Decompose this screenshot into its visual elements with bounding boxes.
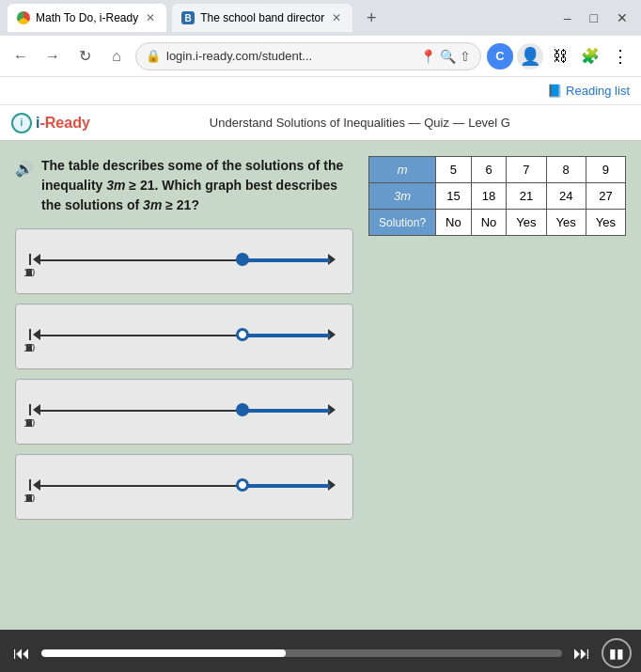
answer-choice-1[interactable]: 0 1 2 3 4 5 6 7 8 9 10 <box>15 228 353 294</box>
forward-button[interactable]: → <box>39 43 66 70</box>
reading-list-label: Reading list <box>566 84 630 98</box>
tab-math-label: Math To Do, i-Ready <box>36 11 138 24</box>
table-row-solution: Solution? No No Yes Yes Yes <box>369 210 626 236</box>
table-cell-sol9: Yes <box>586 210 625 236</box>
home-button[interactable]: ⌂ <box>103 43 130 70</box>
url-bar[interactable]: 🔒 login.i-ready.com/student... 📍 🔍 ⇧ <box>135 42 481 70</box>
tab-math-close[interactable]: ✕ <box>144 11 157 24</box>
tab-band[interactable]: B The school band director ✕ <box>172 4 352 32</box>
question-body: The table describes some of the solution… <box>41 156 353 215</box>
addressbar: ← → ↻ ⌂ 🔒 login.i-ready.com/student... 📍… <box>0 36 641 77</box>
table-cell-sol6: No <box>471 210 507 236</box>
progress-bar[interactable] <box>41 649 562 657</box>
question-text: 🔊 The table describes some of the soluti… <box>15 156 353 215</box>
audio-button[interactable]: 🔊 <box>15 158 34 180</box>
refresh-button[interactable]: ↻ <box>71 43 98 70</box>
iready-header: i i-Ready Understand Solutions of Inequa… <box>0 105 641 141</box>
table-cell-3m7: 21 <box>507 183 546 210</box>
url-bar-actions: 📍 🔍 ⇧ <box>420 49 471 64</box>
pause-button[interactable]: ▮▮ <box>602 638 632 668</box>
nl3-dot <box>236 403 249 416</box>
c-extension-icon[interactable]: C <box>487 43 513 70</box>
minimize-button[interactable]: – <box>558 8 577 27</box>
solution-table: m 5 6 7 8 9 3m 15 18 21 24 27 Solution? … <box>368 156 626 236</box>
new-tab-button[interactable]: + <box>358 5 384 31</box>
table-cell-sol5: No <box>436 210 472 236</box>
menu-icon[interactable]: ⋮ <box>607 43 633 70</box>
answer-choice-4[interactable]: 0 1 2 3 4 5 6 7 8 9 10 <box>15 454 353 520</box>
table-cell-m9: 9 <box>586 157 625 183</box>
pause-icon: ▮▮ <box>609 646 624 661</box>
titlebar: Math To Do, i-Ready ✕ B The school band … <box>0 0 641 36</box>
table-header-m: m <box>369 157 436 183</box>
media-controls: ⏮ ⏭ ▮▮ <box>0 630 641 672</box>
chrome-tab-icon <box>17 11 30 24</box>
table-cell-m8: 8 <box>546 157 586 183</box>
table-cell-m6: 6 <box>471 157 507 183</box>
main-content: 🔊 The table describes some of the soluti… <box>0 141 641 555</box>
location-icon[interactable]: 📍 <box>420 49 436 64</box>
user-icon[interactable]: 👤 <box>517 43 543 70</box>
url-text: login.i-ready.com/student... <box>166 49 414 63</box>
nl4-dot <box>236 478 249 492</box>
table-cell-sol8: Yes <box>546 210 586 236</box>
skip-back-button[interactable]: ⏮ <box>9 640 34 667</box>
nl2-ray <box>242 334 330 337</box>
toolbar-icons: C 👤 ⛓ 🧩 ⋮ <box>487 43 633 70</box>
extensions-icon[interactable]: ⛓ <box>547 43 573 70</box>
number-line-2: 0 1 2 3 4 5 6 7 8 9 10 <box>29 316 339 353</box>
number-line-4: 0 1 2 3 4 5 6 7 8 9 10 <box>29 466 339 504</box>
nl2-dot <box>236 328 249 341</box>
window-controls: – □ ✕ <box>558 8 633 27</box>
tab-band-label: The school band director <box>200 11 324 24</box>
question-strong: The table describes some of the solution… <box>41 158 343 212</box>
quiz-title: Understand Solutions of Inequalities — Q… <box>90 116 630 130</box>
table-area: m 5 6 7 8 9 3m 15 18 21 24 27 Solution? … <box>368 156 626 539</box>
answer-choice-3[interactable]: 0 1 2 3 4 5 6 7 8 9 10 <box>15 379 353 445</box>
reading-list-button[interactable]: 📘 Reading list <box>547 84 630 98</box>
table-cell-3m8: 24 <box>546 183 586 210</box>
table-row-m: m 5 6 7 8 9 <box>369 157 626 183</box>
nl1-ray <box>242 258 330 262</box>
nl1-tick-10 <box>29 254 31 265</box>
number-line-1: 0 1 2 3 4 5 6 7 8 9 10 <box>29 241 339 278</box>
table-row-3m: 3m 15 18 21 24 27 <box>369 183 626 210</box>
question-area: 🔊 The table describes some of the soluti… <box>15 156 353 539</box>
tab-math[interactable]: Math To Do, i-Ready ✕ <box>8 4 166 32</box>
iready-logo-text: i-Ready <box>36 115 90 132</box>
reading-list-bar: 📘 Reading list <box>0 77 641 105</box>
table-header-solution: Solution? <box>369 210 436 236</box>
search-icon[interactable]: 🔍 <box>440 49 456 64</box>
table-cell-m5: 5 <box>436 157 472 183</box>
bottom-area <box>0 555 641 630</box>
table-cell-m7: 7 <box>507 157 546 183</box>
number-line-3: 0 1 2 3 4 5 6 7 8 9 10 <box>29 391 339 429</box>
iready-logo: i i-Ready <box>11 113 90 133</box>
maximize-button[interactable]: □ <box>585 8 603 27</box>
puzzle-icon[interactable]: 🧩 <box>577 43 603 70</box>
reading-list-icon: 📘 <box>547 84 562 98</box>
iready-logo-icon: i <box>11 113 32 133</box>
table-cell-3m5: 15 <box>436 183 472 210</box>
nl1-dot <box>236 253 249 266</box>
answer-choice-2[interactable]: 0 1 2 3 4 5 6 7 8 9 10 <box>15 304 353 369</box>
progress-bar-fill <box>41 649 286 657</box>
back-button[interactable]: ← <box>8 43 34 70</box>
share-icon[interactable]: ⇧ <box>460 49 471 64</box>
close-button[interactable]: ✕ <box>611 8 633 27</box>
nl4-ray <box>242 484 330 488</box>
nl1-label-10: 10 <box>23 267 35 278</box>
table-cell-3m9: 27 <box>586 183 625 210</box>
tab-band-close[interactable]: ✕ <box>330 11 343 24</box>
table-cell-3m6: 18 <box>471 183 507 210</box>
table-header-3m: 3m <box>369 183 436 210</box>
lock-icon: 🔒 <box>146 49 161 63</box>
skip-forward-button[interactable]: ⏭ <box>570 640 594 667</box>
b-tab-icon: B <box>181 11 195 24</box>
table-cell-sol7: Yes <box>507 210 546 236</box>
nl3-ray <box>242 409 330 413</box>
